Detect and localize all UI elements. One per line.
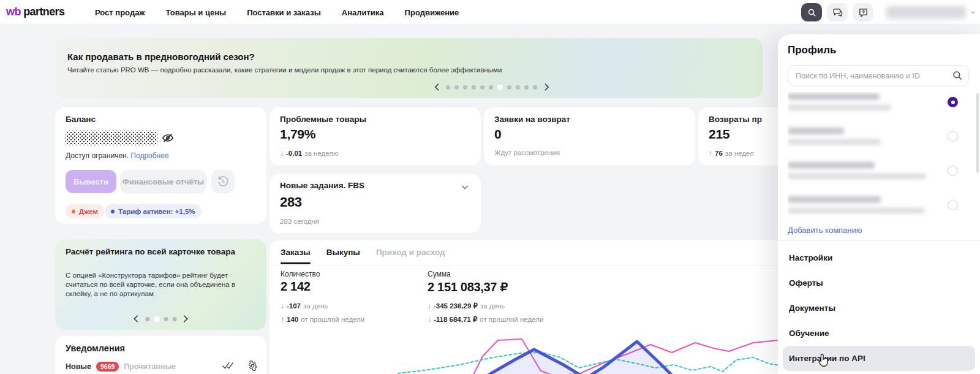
- banner-dot-5[interactable]: [480, 85, 484, 90]
- account-name-blurred[interactable]: [886, 6, 966, 18]
- help-button[interactable]: [853, 3, 873, 21]
- nav-sales-growth[interactable]: Рост продаж: [95, 8, 145, 17]
- delta-suffix: за день: [303, 302, 328, 310]
- company-item-2[interactable]: [788, 128, 965, 145]
- promo-body: С опцией «Конструктора тарифов» рейтинг …: [66, 271, 257, 299]
- returns-value: 215: [709, 127, 729, 142]
- banner-dot-6[interactable]: [489, 85, 493, 90]
- sum-week-delta: -118 684,71 ₽ от прошлой недели: [428, 315, 543, 324]
- promo-dot-2[interactable]: [154, 316, 159, 322]
- promo-dot-1[interactable]: [145, 317, 149, 321]
- nav-promotion[interactable]: Продвижение: [405, 8, 459, 17]
- gear-icon: [247, 361, 258, 371]
- down-arrow-icon: [280, 149, 284, 158]
- jam-badge[interactable]: Джем: [66, 204, 104, 218]
- financial-reports-button[interactable]: Финансовые отчёты: [120, 170, 206, 193]
- account-chevron-down-icon[interactable]: [970, 9, 976, 15]
- company-name-blurred: [788, 162, 875, 169]
- menu-item-api-integrations[interactable]: Интеграции по API: [783, 346, 975, 371]
- jam-label: Джем: [79, 208, 98, 215]
- rating-promo-card[interactable]: Расчёт рейтинга по всей карточке товара …: [55, 239, 266, 330]
- promo-banner[interactable]: Как продавать в предновогодний сезон? Чи…: [55, 38, 763, 98]
- nav-analytics[interactable]: Аналитика: [342, 8, 384, 17]
- banner-dot-3[interactable]: [463, 85, 467, 90]
- banner-dot-1[interactable]: [446, 85, 450, 90]
- double-check-icon: [222, 361, 234, 370]
- menu-item-offers[interactable]: Оферты: [783, 270, 975, 296]
- quantity-value: 2 142: [281, 280, 311, 294]
- up-arrow-icon: [709, 149, 712, 158]
- quantity-week-delta: 140 от прошлой недели: [281, 315, 364, 324]
- banner-subtitle: Читайте статью PRO WB — подробно рассказ…: [67, 66, 502, 74]
- withdraw-button[interactable]: Вывести: [66, 170, 116, 193]
- sum-label: Сумма: [428, 270, 451, 278]
- profile-title: Профиль: [788, 44, 837, 56]
- company-radio[interactable]: [948, 200, 958, 210]
- nav-goods-prices[interactable]: Товары и цены: [166, 8, 227, 17]
- banner-dot-9[interactable]: [516, 85, 520, 90]
- fbs-tasks-card: Новые задания. FBS 283 283 сегодня: [270, 174, 481, 233]
- add-company-link[interactable]: Добавить компанию: [788, 226, 862, 235]
- company-radio[interactable]: [948, 166, 958, 176]
- balance-value-censored: [66, 131, 157, 145]
- profile-search-input[interactable]: [788, 65, 969, 86]
- promo-prev-icon[interactable]: [131, 314, 141, 324]
- menu-item-training[interactable]: Обучение: [783, 321, 975, 346]
- company-radio[interactable]: [948, 131, 958, 142]
- banner-dot-11[interactable]: [533, 85, 537, 90]
- problem-goods-value: 1,79%: [280, 127, 315, 142]
- company-item-4[interactable]: [788, 196, 965, 213]
- balance-card: Баланс Доступ ограничен. Подробнее Вывес…: [55, 107, 266, 224]
- tab-buyouts[interactable]: Выкупы: [326, 248, 360, 264]
- banner-prev-icon[interactable]: [432, 82, 442, 92]
- wb-partners-logo[interactable]: wb partners: [6, 6, 64, 18]
- banner-dot-10[interactable]: [524, 85, 529, 90]
- company-radio-selected[interactable]: [948, 97, 958, 107]
- orders-line-chart: [270, 329, 787, 374]
- return-requests-card[interactable]: Заявки на возврат 0 Ждут рассмотрения: [484, 107, 695, 166]
- promo-carousel: [131, 314, 190, 324]
- delta-suffix: за день: [480, 302, 505, 310]
- tab-orders[interactable]: Заказы: [281, 248, 311, 264]
- banner-dot-8[interactable]: [507, 85, 511, 90]
- banner-dot-4[interactable]: [472, 85, 476, 90]
- search-icon[interactable]: [952, 70, 963, 81]
- notifications-title: Уведомления: [66, 343, 125, 353]
- tab-new-notifications[interactable]: Новые: [66, 362, 91, 371]
- tab-income-expense[interactable]: Приход и расход: [376, 248, 445, 264]
- company-item-1[interactable]: [788, 93, 965, 110]
- mark-all-read-button[interactable]: [222, 361, 234, 371]
- promo-dot-3[interactable]: [164, 317, 168, 321]
- tariff-dot-icon: [111, 210, 115, 213]
- promo-dot-4[interactable]: [172, 317, 176, 321]
- company-item-3[interactable]: [788, 162, 965, 179]
- search-button[interactable]: [801, 3, 822, 21]
- fbs-title: Новые задания. FBS: [280, 181, 364, 190]
- banner-next-icon[interactable]: [541, 82, 551, 92]
- banner-dot-7[interactable]: [497, 85, 503, 90]
- delta-suffix: за неделю: [304, 150, 338, 157]
- tab-read-notifications[interactable]: Прочитанные: [124, 362, 176, 371]
- return-requests-note: Ждут рассмотрения: [494, 149, 560, 156]
- delta-value: 76: [715, 150, 723, 157]
- eye-off-icon[interactable]: [160, 131, 175, 145]
- company-list-scrollbar[interactable]: [976, 93, 979, 173]
- problem-goods-card[interactable]: Проблемные товары 1,79% -0.01 за неделю: [270, 107, 481, 166]
- tariff-badge[interactable]: Тариф активен: +1,5%: [105, 204, 202, 218]
- chat-button[interactable]: [827, 3, 848, 21]
- balance-title: Баланс: [66, 115, 96, 124]
- problem-goods-delta: -0.01 за неделю: [280, 149, 339, 158]
- menu-item-documents[interactable]: Документы: [783, 296, 975, 321]
- promo-next-icon[interactable]: [181, 314, 190, 324]
- chevron-down-icon[interactable]: [460, 182, 471, 193]
- history-button[interactable]: [211, 170, 235, 193]
- down-arrow-icon: [428, 302, 431, 310]
- banner-dot-2[interactable]: [454, 85, 459, 90]
- balance-details-link[interactable]: Подробнее: [130, 151, 168, 160]
- return-requests-value: 0: [494, 127, 501, 142]
- nav-supplies-orders[interactable]: Поставки и заказы: [247, 8, 321, 17]
- menu-item-settings[interactable]: Настройки: [783, 245, 975, 270]
- return-requests-title: Заявки на возврат: [494, 115, 570, 124]
- delta-suffix: от прошлой недели: [480, 316, 543, 323]
- notification-settings-button[interactable]: [247, 361, 258, 371]
